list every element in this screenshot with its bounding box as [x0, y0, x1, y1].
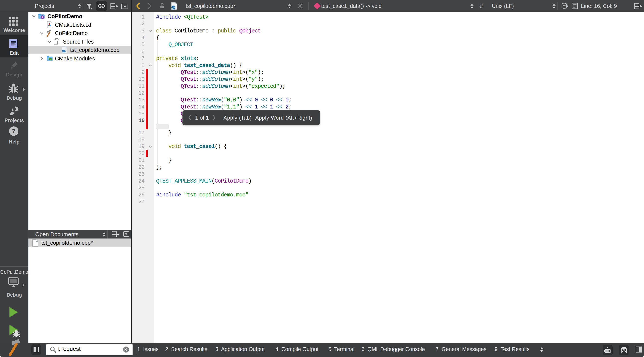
svg-text:?: ?: [12, 127, 16, 134]
svg-text:C+: C+: [172, 6, 175, 9]
svg-text:C++: C++: [62, 50, 66, 52]
svg-text:?: ?: [567, 3, 568, 7]
